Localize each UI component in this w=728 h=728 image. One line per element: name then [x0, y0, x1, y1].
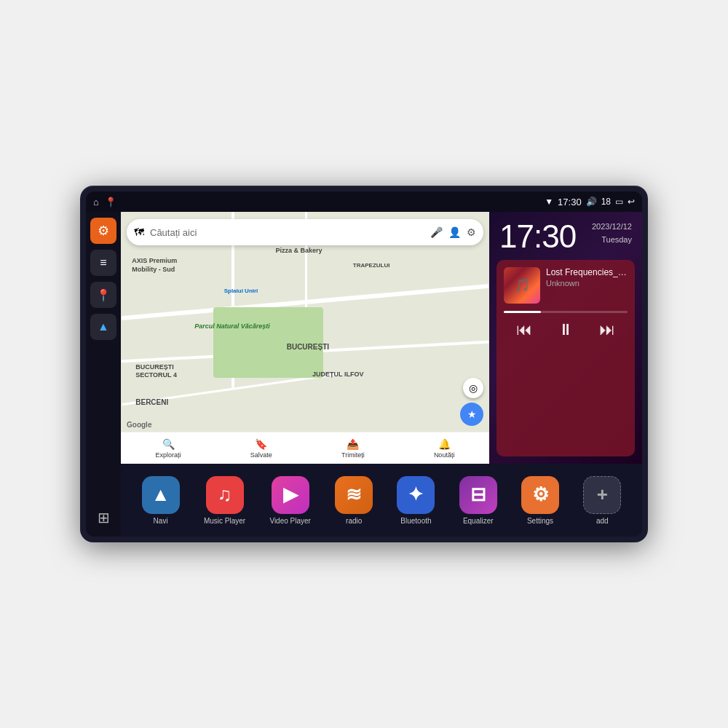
explore-btn[interactable]: 🔍 Explorați [156, 438, 181, 459]
app-icon-0: ▲ [142, 476, 180, 514]
app-icon-4: ✦ [397, 476, 435, 514]
share-btn[interactable]: 📤 Trimiteți [341, 438, 365, 459]
search-placeholder: Căutați aici [150, 227, 424, 238]
app-icon-1: ♫ [206, 476, 244, 514]
app-radio[interactable]: ≋radio [335, 476, 373, 525]
app-equalizer[interactable]: ⊟Equalizer [459, 476, 497, 525]
music-section: 🎵 Lost Frequencies_Janie... Unknown [496, 260, 635, 456]
app-icon-3: ≋ [335, 476, 373, 514]
music-artist: Unknown [546, 279, 628, 288]
app-bluetooth[interactable]: ✦Bluetooth [397, 476, 435, 525]
volume-icon: 🔊 [586, 197, 597, 207]
map-label-axis: AXIS PremiumMobility - Sud [132, 257, 177, 274]
app-label-6: Settings [527, 517, 553, 525]
google-logo: Google [127, 421, 151, 429]
music-controls: ⏮ ⏸ ⏭ [504, 320, 628, 339]
map-label-buc: BUCUREȘTI [287, 343, 329, 351]
star-icon: ★ [467, 408, 477, 420]
google-maps-icon: 🗺 [134, 226, 144, 238]
app-icon-6: ⚙ [521, 476, 559, 514]
main-content: ⚙ ≡ 📍 ▲ ⊞ [86, 212, 642, 537]
saved-icon: 🔖 [255, 438, 267, 450]
saved-btn[interactable]: 🔖 Salvate [250, 438, 272, 459]
account-icon[interactable]: 👤 [448, 226, 461, 238]
time-display: 17:30 [558, 197, 582, 207]
clock-section: 17:30 2023/12/12 Tuesday [489, 212, 642, 260]
news-btn[interactable]: 🔔 Noutăți [434, 438, 455, 459]
mic-icon[interactable]: 🎤 [430, 226, 443, 238]
date-display: 2023/12/12 [592, 221, 632, 234]
location-btn[interactable]: ◎ [463, 378, 483, 398]
app-add[interactable]: +add [583, 476, 621, 525]
map-bottom-bar: 🔍 Explorați 🔖 Salvate 📤 Trimiteți [121, 432, 489, 464]
music-info: 🎵 Lost Frequencies_Janie... Unknown [504, 267, 628, 304]
map-search-bar[interactable]: 🗺 Căutați aici 🎤 👤 ⚙ [127, 219, 483, 245]
app-icon-5: ⊟ [459, 476, 497, 514]
app-icon-2: ▶ [272, 476, 309, 514]
album-art: 🎵 [504, 267, 540, 304]
next-btn[interactable]: ⏭ [599, 320, 615, 339]
app-music-player[interactable]: ♫Music Player [204, 476, 245, 525]
clock-date: 2023/12/12 Tuesday [592, 221, 632, 246]
album-art-inner: 🎵 [504, 267, 540, 304]
app-label-5: Equalizer [463, 517, 494, 525]
app-label-2: Video Player [269, 517, 311, 525]
status-bar: ⌂ 📍 ▼ 17:30 🔊 18 ▭ ↩ [86, 191, 642, 212]
back-icon[interactable]: ↩ [628, 197, 635, 207]
device-screen: ⌂ 📍 ▼ 17:30 🔊 18 ▭ ↩ ⚙ ≡ [86, 191, 642, 537]
map-label-trap: TRAPEZULUI [353, 262, 390, 269]
target-icon: ◎ [469, 382, 478, 394]
app-grid: ▲Navi♫Music Player▶Video Player≋radio✦Bl… [121, 464, 642, 537]
location-icon: 📍 [96, 288, 111, 302]
map-label-pizza: Pizza & Bakery [276, 247, 323, 254]
gear-icon: ⚙ [98, 223, 109, 239]
music-progress-bar[interactable] [504, 311, 628, 313]
app-label-7: add [596, 517, 609, 525]
app-label-1: Music Player [204, 517, 245, 525]
app-video-player[interactable]: ▶Video Player [269, 476, 311, 525]
prev-btn[interactable]: ⏮ [516, 320, 532, 339]
device-frame: ⌂ 📍 ▼ 17:30 🔊 18 ▭ ↩ ⚙ ≡ [80, 186, 648, 542]
map-area[interactable]: AXIS PremiumMobility - Sud Pizza & Baker… [121, 212, 489, 464]
settings-map-icon[interactable]: ⚙ [467, 226, 476, 238]
app-settings[interactable]: ⚙Settings [521, 476, 559, 525]
menu-sidebar-btn[interactable]: ≡ [90, 250, 116, 276]
app-label-4: Bluetooth [400, 517, 431, 525]
menu-icon: ≡ [100, 256, 106, 269]
app-navi[interactable]: ▲Navi [142, 476, 180, 525]
sidebar: ⚙ ≡ 📍 ▲ ⊞ [86, 212, 121, 537]
music-title: Lost Frequencies_Janie... [546, 267, 628, 277]
pause-btn[interactable]: ⏸ [558, 320, 574, 339]
map-label-berceni: BERCENI [135, 398, 168, 406]
grid-icon: ⊞ [98, 509, 110, 526]
nav-sidebar-btn[interactable]: ▲ [90, 314, 116, 340]
nav-arrow-icon: ▲ [98, 320, 109, 333]
share-icon: 📤 [347, 438, 359, 450]
clock-time: 17:30 [499, 221, 576, 253]
app-label-3: radio [346, 517, 362, 525]
settings-sidebar-btn[interactable]: ⚙ [90, 218, 116, 244]
right-panel: 17:30 2023/12/12 Tuesday 🎵 [489, 212, 642, 464]
map-label-s4: BUCUREȘTISECTORUL 4 [135, 363, 177, 380]
app-label-0: Navi [154, 517, 168, 525]
news-icon: 🔔 [438, 438, 451, 450]
map-label-parc: Parcul Natural Văcărești [194, 323, 270, 330]
music-details: Lost Frequencies_Janie... Unknown [546, 267, 628, 288]
explore-icon: 🔍 [162, 438, 175, 450]
music-progress-fill [504, 311, 541, 313]
location-sidebar-btn[interactable]: 📍 [90, 282, 116, 308]
map-label-splai: Splaiui Uniri [224, 288, 258, 294]
battery-icon: ▭ [615, 197, 623, 207]
grid-sidebar-btn[interactable]: ⊞ [90, 505, 116, 531]
maps-status-icon[interactable]: 📍 [105, 197, 116, 207]
battery-level: 18 [601, 197, 611, 207]
signal-icon: ▼ [545, 197, 553, 207]
map-label-ilfov: JUDEȚUL ILFOV [312, 371, 363, 378]
home-icon[interactable]: ⌂ [93, 197, 99, 207]
day-display: Tuesday [592, 234, 632, 247]
app-icon-7: + [583, 476, 621, 514]
start-nav-btn[interactable]: ★ [460, 403, 483, 426]
